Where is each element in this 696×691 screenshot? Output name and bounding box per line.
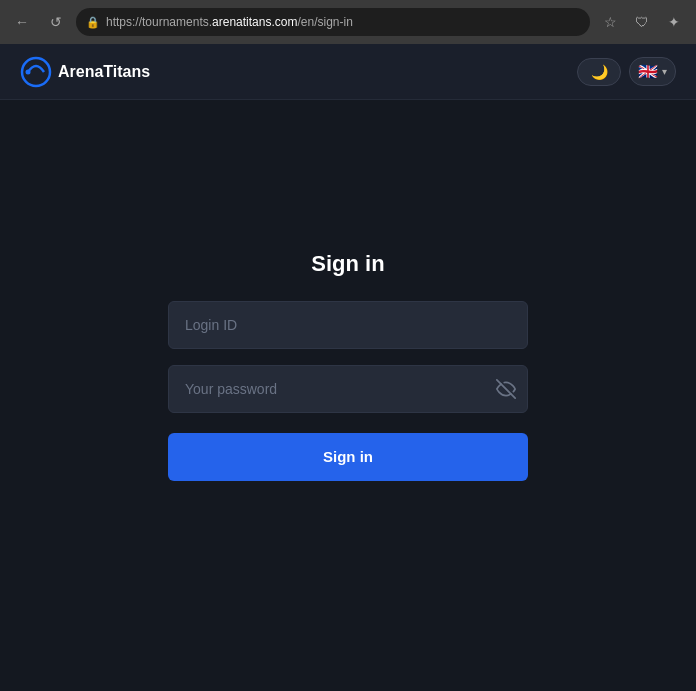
reload-button[interactable]: ↺ xyxy=(42,8,70,36)
shield-button[interactable]: 🛡 xyxy=(628,8,656,36)
password-field-wrapper xyxy=(168,365,528,413)
back-button[interactable]: ← xyxy=(8,8,36,36)
logo-text: ArenaTitans xyxy=(58,63,150,81)
navbar: ArenaTitans 🌙 🇬🇧 ▾ xyxy=(0,44,696,100)
moon-icon: 🌙 xyxy=(591,64,608,80)
back-icon: ← xyxy=(15,14,29,30)
star-icon: ☆ xyxy=(604,14,617,30)
logo-link[interactable]: ArenaTitans xyxy=(20,56,150,88)
url-path: /en/sign-in xyxy=(297,15,352,29)
shield-icon: 🛡 xyxy=(635,14,649,30)
sign-in-form: Sign in Sign in xyxy=(168,251,528,481)
password-input[interactable] xyxy=(168,365,528,413)
dark-mode-button[interactable]: 🌙 xyxy=(577,58,621,86)
url-display: https://tournaments.arenatitans.com/en/s… xyxy=(106,15,580,29)
sign-in-title: Sign in xyxy=(311,251,384,277)
chevron-down-icon: ▾ xyxy=(662,66,667,77)
bookmark-button[interactable]: ☆ xyxy=(596,8,624,36)
login-field-wrapper xyxy=(168,301,528,349)
url-prefix: https://tournaments. xyxy=(106,15,212,29)
url-domain: arenatitans.com xyxy=(212,15,297,29)
login-input[interactable] xyxy=(168,301,528,349)
main-content: Sign in Sign in xyxy=(0,100,696,691)
logo-icon xyxy=(20,56,52,88)
toggle-password-button[interactable] xyxy=(496,379,516,399)
extensions-icon: ✦ xyxy=(668,14,680,30)
navbar-right: 🌙 🇬🇧 ▾ xyxy=(577,57,676,86)
eye-slash-icon xyxy=(496,379,516,399)
browser-actions: ☆ 🛡 ✦ xyxy=(596,8,688,36)
lock-icon: 🔒 xyxy=(86,16,100,29)
reload-icon: ↺ xyxy=(50,14,62,30)
address-bar[interactable]: 🔒 https://tournaments.arenatitans.com/en… xyxy=(76,8,590,36)
extensions-button[interactable]: ✦ xyxy=(660,8,688,36)
flag-icon: 🇬🇧 xyxy=(638,62,658,81)
page-content: ArenaTitans 🌙 🇬🇧 ▾ Sign in xyxy=(0,44,696,691)
sign-in-button[interactable]: Sign in xyxy=(168,433,528,481)
language-selector[interactable]: 🇬🇧 ▾ xyxy=(629,57,676,86)
svg-point-1 xyxy=(26,69,31,74)
